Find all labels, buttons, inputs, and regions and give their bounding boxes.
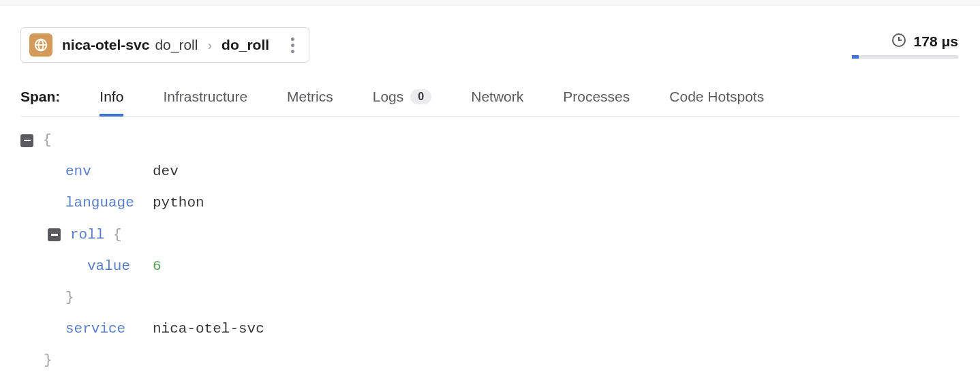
json-root-close: } — [20, 345, 960, 376]
header-row: nica-otel-svc do_roll › do_roll 178 μs — [20, 27, 960, 63]
json-pair-roll-value: value 6 — [20, 251, 960, 282]
breadcrumb-text: nica-otel-svc do_roll › do_roll — [62, 37, 269, 53]
json-roll-close: } — [20, 282, 960, 313]
json-value[interactable]: nica-otel-svc — [153, 313, 264, 345]
json-root-open: { — [20, 125, 960, 156]
json-key[interactable]: env — [65, 164, 91, 179]
collapse-toggle[interactable] — [20, 134, 33, 147]
tab-logs[interactable]: Logs 0 — [373, 89, 431, 116]
tab-info[interactable]: Info — [99, 89, 123, 116]
tab-infrastructure[interactable]: Infrastructure — [163, 89, 247, 116]
json-value[interactable]: dev — [153, 156, 179, 187]
duration-bar — [852, 55, 958, 59]
json-key[interactable]: service — [65, 321, 125, 337]
breadcrumb-current: do_roll — [221, 37, 269, 53]
json-pair-service: service nica-otel-svc — [20, 313, 960, 345]
tab-code-hotspots[interactable]: Code Hotspots — [669, 89, 764, 116]
breadcrumb[interactable]: nica-otel-svc do_roll › do_roll — [20, 27, 309, 63]
collapse-toggle[interactable] — [48, 228, 61, 241]
breadcrumb-operation[interactable]: do_roll — [155, 37, 198, 53]
json-key[interactable]: roll — [70, 219, 104, 251]
top-border — [0, 0, 980, 5]
json-value[interactable]: 6 — [153, 251, 162, 282]
logs-count-badge: 0 — [410, 89, 431, 104]
tab-processes[interactable]: Processes — [563, 89, 630, 116]
duration-bar-fill — [852, 55, 859, 59]
json-pair-language: language python — [20, 187, 960, 219]
json-pair-env: env dev — [20, 156, 960, 187]
more-options-button[interactable] — [284, 35, 301, 55]
clock-icon — [891, 32, 907, 51]
chevron-right-icon: › — [203, 37, 216, 53]
duration-value: 178 μs — [914, 33, 958, 50]
breadcrumb-service[interactable]: nica-otel-svc — [62, 37, 149, 53]
tabs-label: Span: — [20, 89, 60, 116]
globe-icon — [29, 33, 52, 57]
json-key[interactable]: language — [65, 195, 134, 211]
json-key[interactable]: value — [87, 258, 130, 274]
json-roll-open: roll { — [20, 219, 960, 251]
tab-metrics[interactable]: Metrics — [287, 89, 333, 116]
tabs: Span: Info Infrastructure Metrics Logs 0… — [20, 89, 960, 117]
duration: 178 μs — [852, 32, 958, 59]
tab-network[interactable]: Network — [471, 89, 523, 116]
json-value[interactable]: python — [153, 187, 204, 219]
span-json-view: { env dev language python roll { value 6… — [20, 117, 960, 383]
